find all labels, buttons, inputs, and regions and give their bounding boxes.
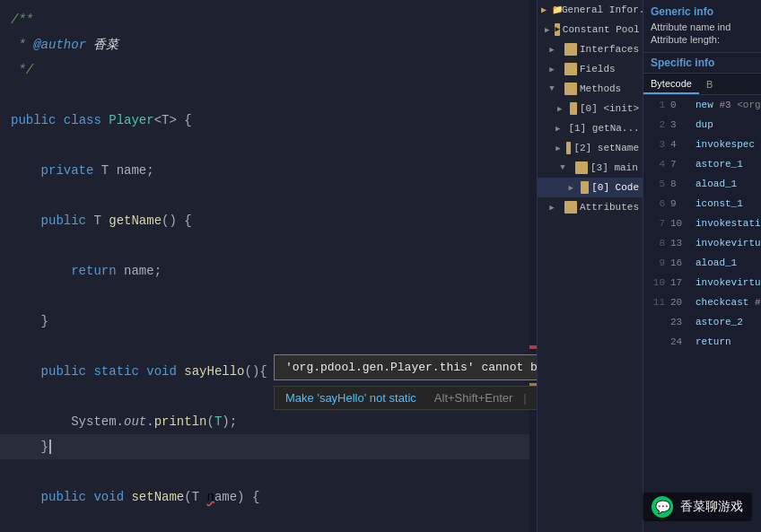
code-line (0, 233, 537, 258)
folder-icon-box8 (575, 161, 588, 174)
code-line (0, 83, 537, 108)
code-token (11, 364, 41, 379)
code-token: */ (11, 63, 33, 77)
attr-name-label: Attribute name ind (651, 22, 730, 32)
code-token: private (41, 163, 94, 178)
tree-item-code[interactable]: ▶ [0] Code (538, 178, 643, 197)
error-popup: 'org.pdool.gen.Player.this' cannot be re… (274, 354, 537, 380)
bc-line: 10 17 invokevirtu (643, 273, 761, 292)
quick-fix-sep: | (520, 391, 529, 405)
folder-icon: ▶ (545, 62, 559, 76)
scroll-markers (529, 0, 537, 532)
tree-item-label: [0] <init> (580, 103, 639, 114)
specific-info-label: Specific info (643, 53, 761, 74)
code-token: n (206, 490, 214, 504)
bc-line: 2 3 dup (643, 115, 761, 135)
tree-item-getname[interactable]: ▶ [1] getNa... (538, 118, 643, 138)
code-line: /** (0, 7, 537, 32)
code-token: () { (162, 214, 192, 228)
code-token (56, 113, 63, 127)
tree-item-init[interactable]: ▶ [0] <init> (538, 99, 643, 118)
generic-info-label: Generic info (651, 5, 761, 18)
quick-fix-action[interactable]: Make 'sayHello' not static (275, 387, 427, 409)
bytecode-tabs: Bytecode B (643, 74, 761, 95)
bc-line: 23 astore_2 (643, 312, 761, 332)
bc-line: 4 7 astore_1 (643, 154, 761, 174)
quick-fix-shortcut: Alt+Shift+Enter (427, 387, 520, 409)
attr-name-row: Attribute name ind (651, 22, 761, 32)
tree-item-label: Interfaces (580, 44, 639, 55)
tree-item-main[interactable]: ▼ [3] main (538, 158, 643, 178)
tree-item-attributes[interactable]: ▶ Attributes (538, 197, 643, 217)
code-token: getName (109, 214, 162, 228)
code-line (0, 183, 537, 208)
tree-item-label: Fields (580, 64, 616, 74)
bc-line: 11 20 checkcast # (643, 292, 761, 312)
code-token: return (71, 264, 116, 278)
tree-item-interfaces[interactable]: ▶ Interfaces (538, 39, 643, 59)
tree-item-setname[interactable]: ▶ [2] setName (538, 138, 643, 158)
folder-icon: ▶ 📁 (545, 3, 559, 17)
code-token: ( (206, 414, 214, 429)
code-line (0, 283, 537, 309)
code-token: public (41, 364, 86, 379)
code-token (177, 364, 184, 379)
code-line: private T name; (0, 158, 537, 183)
scroll-marker-error (529, 345, 537, 349)
code-token: /** (11, 13, 33, 27)
attr-length-row: Attribute length: (651, 34, 761, 45)
code-token (139, 364, 146, 379)
tab-b[interactable]: B (699, 74, 720, 94)
code-token: System. (11, 414, 124, 429)
code-token: (){ (245, 364, 267, 379)
code-token: public (41, 214, 86, 228)
folder-icon-box5 (570, 102, 577, 115)
code-token (11, 264, 71, 278)
code-line: return name; (0, 258, 537, 283)
watermark: 💬 香菜聊游戏 (643, 493, 752, 521)
bytecode-lines: 1 0 new #3 <org 2 3 dup 3 4 invoke (643, 95, 761, 532)
attr-length-label: Attribute length: (651, 34, 720, 45)
folder-icon-box7 (566, 142, 571, 154)
code-token (11, 163, 41, 178)
code-line (0, 459, 537, 484)
tab-bytecode[interactable]: Bytecode (643, 74, 699, 94)
error-message: 'org.pdool.gen.Player.this' cannot be re… (285, 361, 537, 374)
tree-item-general-info[interactable]: ▶ 📁 General Infor... (538, 0, 643, 20)
code-line: */ (0, 57, 537, 83)
tree-item-label: General Infor... (562, 4, 643, 15)
right-panels: ▶ 📁 General Infor... ▶ ▶ Constant Pool ▶… (537, 0, 761, 532)
tree-item-methods[interactable]: ▼ Methods (538, 79, 643, 99)
code-line: public T getName () { (0, 208, 537, 233)
tree-panel: ▶ 📁 General Infor... ▶ ▶ Constant Pool ▶… (538, 0, 643, 532)
more-actions[interactable]: More actions... (530, 387, 537, 409)
code-token: class (64, 113, 101, 127)
cursor (49, 440, 51, 454)
code-token: static (93, 364, 138, 379)
tree-item-label: Attributes (580, 202, 639, 213)
code-token: T (86, 214, 109, 228)
code-token: out (124, 414, 146, 429)
generic-info-section: Generic info Attribute name ind Attribut… (643, 0, 761, 53)
folder-icon: ▼ (545, 82, 559, 96)
code-line (0, 133, 537, 158)
code-token: public (11, 113, 56, 127)
folder-icon-box9 (581, 181, 589, 194)
bc-line: 8 13 invokevirtu (643, 233, 761, 253)
code-token: } (11, 314, 48, 328)
code-token: void (93, 490, 124, 504)
code-token: ); (222, 414, 237, 429)
tree-item-label: [3] main (590, 162, 638, 173)
main-layout: /** * @author 香菜 */ public class Player … (0, 0, 761, 532)
tree-item-fields[interactable]: ▶ Fields (538, 59, 643, 79)
code-line: public void setName (T name) { (0, 484, 537, 510)
folder-icon-box2 (564, 43, 577, 56)
bc-line: 7 10 invokestati (643, 214, 761, 233)
code-token: 香菜 (86, 37, 118, 53)
code-editor[interactable]: /** * @author 香菜 */ public class Player … (0, 0, 537, 532)
code-token: Player (101, 113, 154, 127)
code-token: T name; (93, 163, 153, 178)
tree-item-constant-pool[interactable]: ▶ ▶ Constant Pool (538, 20, 643, 39)
tree-item-label: [2] setName (573, 143, 639, 153)
tree-item-label: Methods (580, 83, 621, 94)
